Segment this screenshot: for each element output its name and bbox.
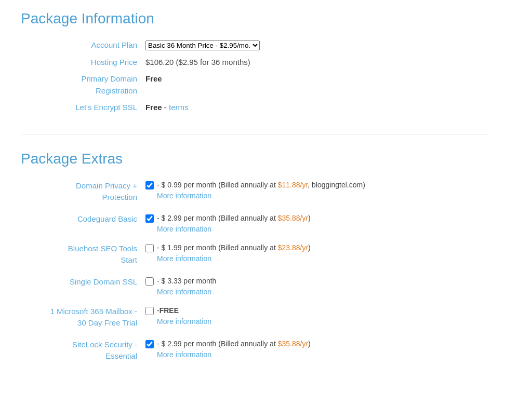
ssl-separator: - [164,103,169,112]
domain-privacy-annual: $11.88/yr [278,181,308,189]
account-plan-label: Account Plan [21,39,145,51]
codeguard-more-info[interactable]: More information [157,225,488,233]
microsoft365-content: -FREE More information [145,305,488,326]
domain-privacy-content: - $ 0.99 per month (Billed annually at $… [145,180,488,200]
package-extras-section: Package Extras Domain Privacy +Protectio… [21,151,488,362]
hosting-price-label: Hosting Price [21,57,145,69]
account-plan-row: Account Plan Basic 36 Month Price - $2.9… [21,39,416,51]
domain-privacy-check-row: - $ 0.99 per month (Billed annually at $… [145,180,488,191]
microsoft365-price: -FREE [157,305,179,316]
sitelock-more-info[interactable]: More information [157,350,488,359]
codeguard-price: - $ 2.99 per month (Billed annually at $… [157,213,311,224]
hosting-price-row: Hosting Price $106.20 ($2.95 for 36 mont… [21,57,416,69]
codeguard-check-row: - $ 2.99 per month (Billed annually at $… [145,213,488,224]
sitelock-check-row: - $ 2.99 per month (Billed annually at $… [145,338,488,349]
single-ssl-content: - $ 3.33 per month More information [145,276,488,296]
single-ssl-row: Single Domain SSL - $ 3.33 per month Mor… [21,276,488,296]
seo-tools-price: - $ 1.99 per month (Billed annually at $… [157,242,311,253]
codeguard-label: Codeguard Basic [21,213,145,225]
ssl-row: Let's Encrypt SSL Free - terms [21,102,416,114]
ssl-label: Let's Encrypt SSL [21,102,145,114]
primary-domain-label: Primary DomainRegistration [21,73,145,97]
microsoft365-label: 1 Microsoft 365 Mailbox -30 Day Free Tri… [21,305,145,329]
seo-tools-more-info[interactable]: More information [157,254,488,263]
account-plan-value: Basic 36 Month Price - $2.95/mo. Basic 1… [145,39,260,51]
package-info-title: Package Information [21,10,511,27]
ssl-terms-link[interactable]: terms [169,103,189,112]
single-ssl-more-info[interactable]: More information [157,288,488,296]
ssl-free-text: Free [145,103,162,112]
single-ssl-price: - $ 3.33 per month [157,276,216,287]
sitelock-checkbox[interactable] [145,340,154,348]
ssl-value: Free - terms [145,102,189,114]
account-plan-select[interactable]: Basic 36 Month Price - $2.95/mo. Basic 1… [145,40,260,50]
codeguard-row: Codeguard Basic - $ 2.99 per month (Bill… [21,213,488,233]
domain-privacy-label: Domain Privacy +Protection [21,180,145,204]
microsoft365-checkbox[interactable] [145,307,154,315]
hosting-price-value: $106.20 ($2.95 for 36 months) [145,57,250,69]
microsoft365-row: 1 Microsoft 365 Mailbox -30 Day Free Tri… [21,305,488,329]
seo-tools-row: Bluehost SEO ToolsStart - $ 1.99 per mon… [21,242,488,266]
seo-tools-content: - $ 1.99 per month (Billed annually at $… [145,242,488,263]
codeguard-content: - $ 2.99 per month (Billed annually at $… [145,213,488,233]
primary-domain-free: Free [145,74,162,83]
seo-tools-annual: $23.88/yr [278,243,308,252]
microsoft365-check-row: -FREE [145,305,488,316]
sitelock-annual: $35.88/yr [278,340,308,348]
primary-domain-row: Primary DomainRegistration Free [21,73,416,97]
package-extras-title: Package Extras [21,151,488,167]
sitelock-label: SiteLock Security -Essential [21,338,145,362]
single-ssl-label: Single Domain SSL [21,276,145,288]
package-information-section: Package Information Account Plan Basic 3… [21,10,511,114]
seo-tools-check-row: - $ 1.99 per month (Billed annually at $… [145,242,488,253]
sitelock-price: - $ 2.99 per month (Billed annually at $… [157,338,311,349]
codeguard-annual: $35.88/yr [278,214,308,222]
primary-domain-value: Free [145,73,162,85]
single-ssl-checkbox[interactable] [145,277,154,286]
package-info-table: Account Plan Basic 36 Month Price - $2.9… [21,39,416,114]
sitelock-content: - $ 2.99 per month (Billed annually at $… [145,338,488,359]
codeguard-checkbox[interactable] [145,214,154,223]
domain-privacy-price: - $ 0.99 per month (Billed annually at $… [157,180,365,191]
domain-privacy-more-info[interactable]: More information [157,192,488,200]
domain-privacy-row: Domain Privacy +Protection - $ 0.99 per … [21,180,488,204]
microsoft365-more-info[interactable]: More information [157,317,488,326]
seo-tools-label: Bluehost SEO ToolsStart [21,242,145,266]
single-ssl-check-row: - $ 3.33 per month [145,276,488,287]
microsoft365-free-label: FREE [159,306,179,315]
seo-tools-checkbox[interactable] [145,244,154,252]
domain-privacy-checkbox[interactable] [145,181,154,189]
section-divider [21,134,488,135]
sitelock-row: SiteLock Security -Essential - $ 2.99 pe… [21,338,488,362]
